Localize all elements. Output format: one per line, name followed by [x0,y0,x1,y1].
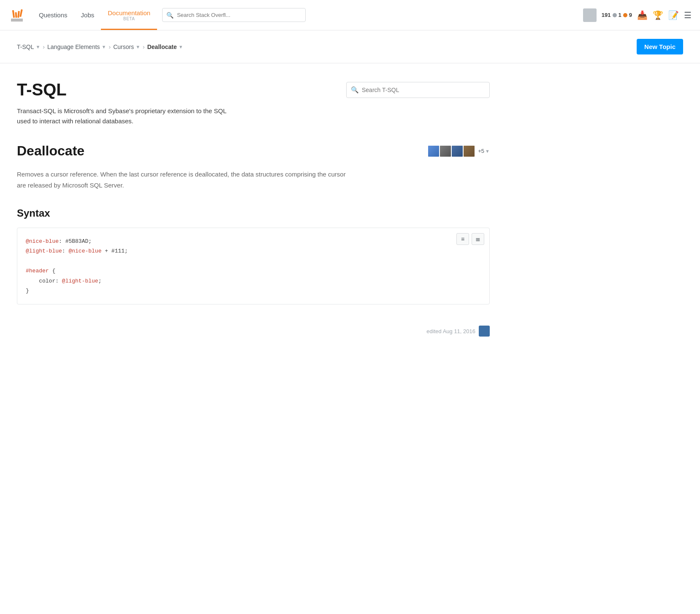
global-search: 🔍 [162,8,306,22]
contributor-avatar-1 [427,145,440,158]
svg-rect-3 [15,12,17,17]
nav-links: Questions Jobs Documentation BETA [32,0,157,30]
contributor-avatar-3 [451,145,464,158]
tsql-title: T-SQL [17,80,346,99]
code-view-button[interactable]: ≡ [456,233,469,245]
code-expand-button[interactable]: ≣ [472,233,484,245]
breadcrumb-deallocate[interactable]: Deallocate ▼ [147,43,183,50]
reputation-badge: 191 1 9 [602,12,632,18]
edit-user-avatar [479,326,490,337]
beta-badge: BETA [123,16,135,21]
code-line-4: color: @light-blue; [26,276,481,286]
code-actions: ≡ ≣ [456,233,484,245]
deallocate-title: Deallocate [17,143,84,159]
svg-rect-4 [17,11,20,17]
code-val-1: #5B83AD; [65,238,92,245]
new-topic-button[interactable]: New Topic [637,39,683,54]
syntax-title: Syntax [17,207,490,219]
code-line-1: @nice-blue: #5B83AD; [26,236,481,246]
dot1-count: 1 [619,12,621,18]
chevron-down-icon: ▼ [136,44,140,49]
svg-rect-0 [11,19,23,20]
tsql-header: T-SQL Transact-SQL is Microsoft's and Sy… [17,80,490,126]
hamburger-icon[interactable]: ☰ [684,10,692,20]
nav-questions[interactable]: Questions [32,0,74,30]
code-block: ≡ ≣ @nice-blue: #5B83AD; @light-blue: @n… [17,228,490,304]
svg-rect-1 [11,20,23,22]
code-line-5: } [26,286,481,296]
dot-grey-icon [613,13,617,17]
chevron-down-icon: ▼ [179,44,183,49]
svg-rect-2 [12,10,15,17]
dot2-count: 9 [629,12,632,18]
breadcrumb-sep-2: › [109,43,111,50]
contributors-more[interactable]: +5 [478,148,484,154]
contributors-list: +5 ▼ [429,145,490,158]
site-logo[interactable] [8,7,25,24]
edit-footer: edited Aug 11, 2016 [17,317,490,337]
code-line-3: #header { [26,266,481,276]
nav-right: 191 1 9 📥 🏆 📝 ☰ [583,8,692,22]
main-content: T-SQL Transact-SQL is Microsoft's and Sy… [0,63,507,353]
contributor-avatar-4 [463,145,475,158]
global-search-input[interactable] [162,8,306,22]
edit-text: edited Aug 11, 2016 [426,328,475,334]
code-var-2: @light-blue [26,248,62,254]
code-view-icon: ≡ [461,236,464,242]
tsql-title-block: T-SQL Transact-SQL is Microsoft's and Sy… [17,80,346,126]
review-icon[interactable]: 📝 [668,10,679,20]
nav-jobs[interactable]: Jobs [74,0,101,30]
code-line-2: @light-blue: @nice-blue + #111; [26,246,481,256]
tsql-search-input[interactable] [346,82,490,98]
code-selector: #header [26,268,49,274]
contributor-avatar-2 [439,145,452,158]
tsql-search: 🔍 [346,82,490,98]
achievements-icon[interactable]: 🏆 [653,10,663,20]
breadcrumb-language-elements[interactable]: Language Elements ▼ [47,43,106,50]
breadcrumb-tsql[interactable]: T-SQL ▼ [17,43,40,50]
search-icon: 🔍 [166,12,174,19]
deallocate-description: Removes a cursor reference. When the las… [17,169,355,190]
user-avatar[interactable] [583,8,597,22]
chevron-down-icon: ▼ [102,44,106,49]
code-var-1: @nice-blue [26,238,59,245]
nav-documentation[interactable]: Documentation BETA [101,0,157,30]
dot-red-icon [623,13,627,17]
inbox-icon[interactable]: 📥 [637,10,648,20]
rep-count: 191 [602,12,611,18]
breadcrumb-cursors[interactable]: Cursors ▼ [113,43,140,50]
tsql-search-icon: 🔍 [351,86,359,94]
top-navigation: Questions Jobs Documentation BETA 🔍 191 … [0,0,700,30]
deallocate-section: Deallocate +5 ▼ Removes a cursor referen… [17,143,490,337]
breadcrumb-sep-1: › [43,43,45,50]
chevron-down-icon: ▼ [35,44,40,49]
svg-rect-5 [19,9,23,16]
deallocate-header: Deallocate +5 ▼ [17,143,490,159]
breadcrumb: T-SQL ▼ › Language Elements ▼ › Cursors … [17,43,637,50]
breadcrumb-sep-3: › [143,43,145,50]
code-val-ref: @nice-blue [68,248,101,254]
contributors-chevron[interactable]: ▼ [485,149,490,154]
code-val-ref-2: @light-blue [62,278,98,284]
tsql-description: Transact-SQL is Microsoft's and Sybase's… [17,106,228,126]
code-expand-icon: ≣ [475,236,480,242]
code-line-blank [26,256,481,266]
breadcrumb-bar: T-SQL ▼ › Language Elements ▼ › Cursors … [0,30,700,63]
